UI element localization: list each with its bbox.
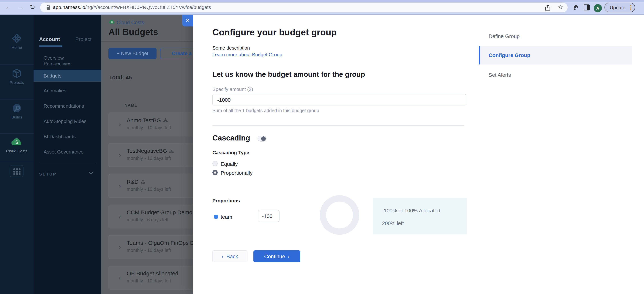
builds-icon	[12, 103, 22, 113]
breadcrumb-chevron-icon: ›	[143, 20, 145, 25]
radio-equally[interactable]	[212, 161, 218, 166]
subnav-divider	[39, 163, 96, 163]
breadcrumb[interactable]: Cloud Costs	[117, 20, 144, 25]
radio-proportionally-label[interactable]: Proportionally	[221, 170, 252, 176]
modal-description: Some description	[212, 45, 250, 51]
amount-helper-text: Sum of all the 1 budgets added in this b…	[212, 108, 319, 113]
subnav-item-recommendations[interactable]: Recommendations	[44, 103, 84, 109]
budget-group-tree-icon	[141, 180, 145, 184]
cloud-costs-subnav: Account Project Overview Perspectives Bu…	[34, 15, 101, 294]
amount-label: Specify amount ($)	[212, 86, 253, 92]
browser-toolbar: ← → ↻ app.harness.io/ng/#/account/wFHXHD…	[0, 0, 644, 15]
browser-profile-avatar[interactable]: A	[594, 4, 602, 12]
side-panel-icon[interactable]	[584, 4, 590, 10]
cloud-costs-icon: $	[10, 137, 23, 147]
subnav-item-perspectives[interactable]: Perspectives	[44, 61, 71, 66]
projects-box-icon	[12, 68, 22, 78]
radio-proportionally[interactable]	[212, 170, 218, 175]
proportion-row-label: team	[221, 214, 232, 220]
subnav-item-budgets[interactable]: Budgets	[34, 70, 101, 82]
cascading-toggle[interactable]	[258, 136, 266, 142]
allocation-donut-chart	[320, 195, 359, 235]
row-expand-chevron-icon[interactable]: ›	[119, 152, 121, 158]
svg-text:$: $	[16, 139, 18, 145]
allocated-text: -100% of 100% Allocated	[382, 208, 440, 214]
amount-section-heading: Let us know the budget amount for the gr…	[212, 70, 365, 78]
browser-back-button[interactable]: ←	[5, 4, 12, 11]
row-expand-chevron-icon[interactable]: ›	[119, 274, 121, 281]
proportions-heading: Proportions	[212, 198, 240, 204]
row-expand-chevron-icon[interactable]: ›	[119, 244, 121, 250]
row-expand-chevron-icon[interactable]: ›	[119, 213, 121, 220]
rail-item-projects[interactable]: Projects	[0, 68, 34, 84]
extensions-puzzle-icon[interactable]	[573, 4, 579, 10]
toggle-knob	[261, 136, 266, 141]
setup-chevron-down-icon[interactable]	[89, 172, 93, 174]
modal-title: Configure your budget group	[212, 27, 337, 38]
bookmark-star-icon[interactable]: ☆	[558, 3, 563, 11]
home-icon	[12, 34, 22, 43]
back-button[interactable]: ‹ Back	[212, 250, 248, 262]
subnav-setup-section[interactable]: SETUP	[39, 172, 56, 176]
browser-reload-button[interactable]: ↻	[30, 4, 35, 11]
rail-label-home: Home	[0, 45, 34, 50]
page-title: All Budgets	[108, 27, 158, 37]
rail-item-builds[interactable]: Builds	[0, 103, 34, 119]
module-switcher-grid-icon[interactable]	[10, 165, 24, 177]
team-color-dot	[214, 215, 218, 219]
budget-group-tree-icon	[170, 149, 174, 153]
left-text: 200% left	[382, 220, 404, 226]
amount-input[interactable]	[212, 94, 466, 106]
rail-label-projects: Projects	[0, 80, 34, 84]
cascading-heading: Cascading	[212, 134, 250, 142]
tab-account[interactable]: Account	[39, 36, 60, 42]
browser-forward-button[interactable]: →	[18, 4, 24, 11]
url-text: app.harness.io/ng/#/account/wFHXHD0RRQWo…	[53, 4, 211, 10]
browser-menu-dots-icon[interactable]	[630, 5, 631, 11]
share-icon[interactable]	[545, 4, 550, 11]
browser-tab-strip	[0, 0, 644, 2]
table-header-name: NAME	[124, 103, 138, 107]
svg-text:$: $	[111, 20, 113, 24]
tab-project[interactable]: Project	[75, 36, 92, 42]
modal-close-button[interactable]: ✕	[182, 15, 193, 26]
section-divider	[212, 125, 464, 126]
step-set-alerts[interactable]: Set Alerts	[488, 72, 511, 78]
proportion-value-input[interactable]	[258, 210, 280, 222]
budget-group-tree-icon	[163, 118, 168, 122]
continue-button[interactable]: Continue ›	[254, 250, 300, 262]
step-define-group[interactable]: Define Group	[488, 33, 520, 39]
tab-account-underline	[39, 46, 62, 46]
total-count: Total: 45	[109, 74, 132, 80]
new-budget-button[interactable]: + New Budget	[108, 48, 156, 59]
lock-icon	[46, 5, 50, 10]
rail-label-cloud-costs: Cloud Costs	[0, 149, 34, 153]
app-window: Home Projects Builds	[0, 15, 644, 294]
subnav-item-asset-governance[interactable]: Asset Governance	[44, 149, 84, 155]
subnav-item-autostopping-rules[interactable]: AutoStopping Rules	[44, 118, 86, 124]
subnav-item-bi-dashboards[interactable]: BI Dashboards	[44, 134, 76, 139]
update-label: Update	[610, 5, 625, 10]
learn-more-link[interactable]: Learn more about Budget Group	[212, 52, 282, 58]
subnav-item-overview[interactable]: Overview	[44, 55, 64, 61]
step-configure-group[interactable]: Configure Group	[479, 46, 632, 64]
module-rail: Home Projects Builds	[0, 15, 34, 294]
rail-label-builds: Builds	[0, 115, 34, 119]
cascading-type-label: Cascading Type	[212, 150, 249, 156]
chevron-left-icon: ‹	[222, 254, 224, 259]
screen: ← → ↻ app.harness.io/ng/#/account/wFHXHD…	[0, 0, 644, 294]
rail-item-cloud-costs[interactable]: $ Cloud Costs	[0, 137, 34, 153]
subnav-item-anomalies[interactable]: Anomalies	[44, 88, 66, 94]
address-bar[interactable]: app.harness.io/ng/#/account/wFHXHD0RRQWo…	[40, 2, 568, 12]
configure-budget-group-modal: ✕ Configure your budget group Some descr…	[193, 15, 644, 294]
row-expand-chevron-icon[interactable]: ›	[119, 182, 121, 189]
chevron-right-icon: ›	[288, 254, 290, 259]
breadcrumb-cloud-icon: $	[108, 19, 116, 24]
row-expand-chevron-icon[interactable]: ›	[119, 121, 121, 128]
allocation-info-box: -100% of 100% Allocated 200% left	[373, 198, 466, 234]
browser-update-button[interactable]: Update	[604, 2, 635, 12]
rail-item-home[interactable]: Home	[0, 34, 34, 50]
radio-equally-label[interactable]: Equally	[221, 161, 238, 167]
